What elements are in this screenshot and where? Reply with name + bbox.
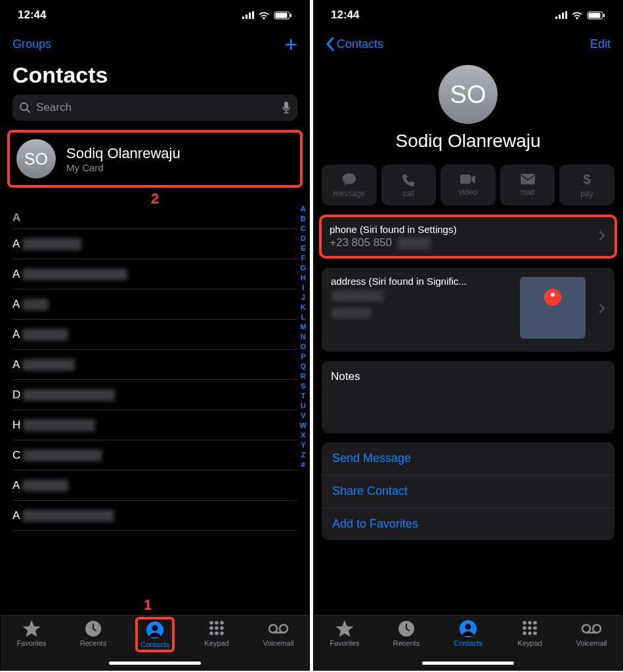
tab-favorites[interactable]: Favorites [321,620,368,670]
alpha-index[interactable]: ABCDEFGHIJKLMNOPQRSTUVWXYZ# [300,204,307,470]
home-indicator[interactable] [422,662,514,665]
video-button[interactable]: video [440,165,496,205]
svg-point-10 [215,621,219,625]
index-letter[interactable]: E [300,243,307,253]
contact-row[interactable]: D [12,380,297,410]
dollar-icon: $ [582,172,591,186]
svg-point-13 [215,626,219,630]
contact-row[interactable]: A [12,289,297,320]
index-letter[interactable]: D [300,234,307,243]
svg-point-11 [220,621,224,625]
index-letter[interactable]: G [300,263,307,273]
send-message-link[interactable]: Send Message [322,442,614,475]
index-letter[interactable]: Z [300,450,307,460]
index-letter[interactable]: I [300,283,307,293]
contact-row[interactable]: A [12,320,297,350]
index-letter[interactable]: P [300,352,307,362]
index-letter[interactable]: U [300,401,307,411]
action-buttons: message call video mail $ pay [314,165,622,205]
svg-point-32 [533,621,537,625]
index-letter[interactable]: # [300,460,307,470]
chevron-left-icon [326,37,334,51]
index-letter[interactable]: B [300,214,307,224]
edit-button[interactable]: Edit [590,37,611,51]
index-letter[interactable]: O [300,342,307,352]
star-icon [22,620,41,638]
index-letter[interactable]: Y [300,440,307,450]
contact-row[interactable]: A [12,471,297,501]
share-contact-link[interactable]: Share Contact [322,475,614,508]
wifi-icon [258,11,270,20]
index-letter[interactable]: K [300,303,307,312]
svg-point-15 [209,631,213,635]
tab-voicemail[interactable]: Voicemail [568,620,615,670]
svg-point-8 [152,625,158,631]
mail-button[interactable]: mail [500,165,555,205]
message-icon [341,172,357,186]
contact-row[interactable]: A [12,259,297,289]
phone-icon [401,172,416,186]
groups-button[interactable]: Groups [12,37,51,51]
index-letter[interactable]: N [300,332,307,342]
keypad-icon [521,620,539,638]
index-letter[interactable]: F [300,253,307,263]
index-letter[interactable]: L [300,312,307,322]
mic-icon[interactable] [282,101,291,114]
add-contact-button[interactable]: + [284,33,297,55]
svg-point-17 [220,631,224,635]
index-letter[interactable]: A [300,204,307,214]
index-letter[interactable]: H [300,273,307,283]
index-letter[interactable]: J [300,293,307,303]
status-icons [555,11,605,20]
status-time: 12:44 [18,9,46,22]
contact-row[interactable]: A [12,350,297,380]
svg-point-16 [215,631,219,635]
svg-text:$: $ [584,172,591,186]
my-card-row[interactable]: SO Sodiq Olanrewaju My Card [7,130,303,188]
notes-field[interactable]: Notes [322,361,614,433]
contact-row[interactable]: A [12,229,297,259]
index-letter[interactable]: M [300,322,307,332]
call-button[interactable]: call [381,165,437,205]
index-letter[interactable]: W [300,421,307,430]
svg-rect-24 [460,175,471,184]
contact-row[interactable]: C [12,440,297,471]
index-letter[interactable]: Q [300,362,307,371]
phone-label: phone (Siri found in Settings) [330,224,607,235]
message-button[interactable]: message [322,165,377,205]
voicemail-icon [267,620,290,638]
clock-icon [84,620,102,638]
tab-favorites[interactable]: Favorites [8,620,55,670]
svg-rect-25 [521,174,535,184]
index-letter[interactable]: T [300,391,307,401]
status-bar: 12:44 [314,1,622,30]
index-letter[interactable]: S [300,381,307,391]
contact-detail-screen: 12:44 Contacts Edit SO Sodiq Olanrewaju … [313,0,623,671]
star-icon [335,620,354,638]
svg-rect-2 [290,14,291,17]
battery-icon [587,11,605,20]
person-icon [146,621,164,639]
nav-bar: Groups + [1,30,309,58]
search-field[interactable]: Search [12,94,297,121]
add-to-favorites-link[interactable]: Add to Favorites [322,508,614,540]
cellular-signal-icon [242,11,254,19]
actions-card: Send Message Share Contact Add to Favori… [322,442,614,540]
home-indicator[interactable] [109,662,201,665]
index-letter[interactable]: R [300,371,307,381]
address-row[interactable]: address (Siri found in Signific... [322,268,614,352]
mail-icon [520,173,536,185]
index-letter[interactable]: C [300,224,307,234]
pay-button[interactable]: $ pay [559,165,614,205]
phone-row[interactable]: phone (Siri found in Settings) +23 805 8… [319,215,617,259]
tab-voicemail[interactable]: Voicemail [255,620,302,670]
index-letter[interactable]: X [300,430,307,440]
voicemail-icon [580,620,603,638]
svg-point-31 [528,621,532,625]
svg-point-12 [209,626,213,630]
contact-row[interactable]: A [12,501,297,531]
clock-icon [397,620,416,638]
contact-row[interactable]: H [12,410,297,440]
back-button[interactable]: Contacts [326,37,383,51]
index-letter[interactable]: V [300,411,307,421]
